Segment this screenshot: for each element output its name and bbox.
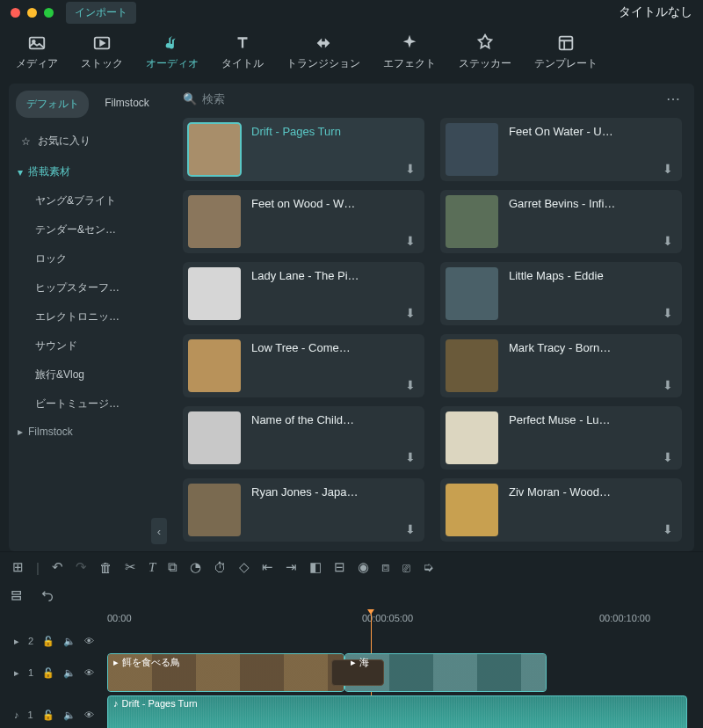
tab-template[interactable]: テンプレート bbox=[534, 33, 598, 71]
track-manager-icon[interactable] bbox=[11, 589, 25, 606]
cut-icon[interactable]: ✂ bbox=[125, 559, 136, 575]
play-icon: ▸ bbox=[351, 657, 356, 668]
sidebar-item[interactable]: サウンド bbox=[9, 331, 170, 360]
record-icon[interactable]: ◉ bbox=[358, 559, 369, 575]
undo-icon[interactable]: ↶ bbox=[52, 559, 63, 575]
timeline-ruler[interactable]: 00:00 00:00:05:00 00:00:10:00 bbox=[107, 613, 692, 629]
sidebar: デフォルト Filmstock ☆お気に入り ▾搭載素材 ヤング&ブライト テン… bbox=[9, 84, 170, 551]
visibility-icon[interactable]: 👁 bbox=[84, 667, 94, 678]
mute-icon[interactable]: 🔈 bbox=[63, 636, 76, 647]
close-dot[interactable] bbox=[11, 8, 20, 18]
sidebar-item[interactable]: エレクトロニッ… bbox=[9, 302, 170, 331]
audio-thumbnail bbox=[188, 123, 241, 176]
download-icon[interactable]: ⬇ bbox=[663, 162, 673, 176]
audio-card[interactable]: Ziv Moran - Wood… ⬇ bbox=[440, 478, 682, 542]
download-icon[interactable]: ⬇ bbox=[663, 450, 673, 464]
stock-icon bbox=[92, 33, 112, 53]
audio-thumbnail bbox=[446, 267, 498, 320]
download-icon[interactable]: ⬇ bbox=[405, 306, 416, 320]
mute-icon[interactable]: 🔈 bbox=[63, 667, 76, 679]
color-icon[interactable]: ◧ bbox=[309, 559, 322, 575]
redo-icon[interactable]: ↷ bbox=[76, 559, 87, 575]
lock-icon[interactable]: 🔓 bbox=[42, 636, 54, 647]
category-builtin[interactable]: ▾搭載素材 bbox=[9, 157, 170, 186]
collapse-sidebar-button[interactable]: ‹ bbox=[151, 518, 167, 544]
favorites-item[interactable]: ☆お気に入り bbox=[9, 125, 170, 157]
video-clip[interactable]: ▸餌を食べる鳥 bbox=[107, 653, 344, 692]
download-icon[interactable]: ⬇ bbox=[405, 234, 416, 248]
visibility-icon[interactable]: 👁 bbox=[84, 636, 94, 646]
tab-stock[interactable]: ストック bbox=[81, 33, 123, 71]
sidebar-item[interactable]: ヤング&ブライト bbox=[9, 186, 170, 215]
audio-card[interactable]: Ryan Jones - Japa… ⬇ bbox=[183, 478, 424, 542]
video-track-1[interactable]: ▸1🔓🔈👁 ▸餌を食べる鳥 ▸海 bbox=[11, 653, 692, 692]
audio-card[interactable]: Lady Lane - The Pi… ⬇ bbox=[183, 262, 424, 325]
mute-icon[interactable]: 🔈 bbox=[63, 710, 76, 721]
tab-sticker[interactable]: ステッカー bbox=[459, 33, 511, 71]
media-icon bbox=[27, 33, 47, 53]
audio-title: Feet on Wood - W… bbox=[251, 197, 355, 248]
tab-effect[interactable]: エフェクト bbox=[383, 33, 436, 71]
audio-card[interactable]: Feet On Water - U… ⬇ bbox=[440, 118, 682, 181]
minimize-dot[interactable] bbox=[27, 8, 37, 18]
tab-default[interactable]: デフォルト bbox=[16, 91, 89, 118]
keyframe-icon[interactable]: ◇ bbox=[239, 559, 250, 575]
sticker-icon bbox=[475, 33, 495, 53]
audio-title: Little Maps - Eddie bbox=[509, 269, 604, 320]
audio-title: Low Tree - Come… bbox=[251, 341, 351, 392]
visibility-icon[interactable]: 👁 bbox=[84, 710, 94, 720]
audio-card[interactable]: Drift - Pages Turn ⬇ bbox=[183, 118, 424, 181]
magnet-icon[interactable]: ⧈ bbox=[381, 559, 390, 575]
audio-card[interactable]: Garret Bevins - Infi… ⬇ bbox=[440, 190, 682, 253]
audio-clip[interactable]: ♪Drift - Pages Turn bbox=[107, 695, 687, 728]
lock-icon[interactable]: 🔓 bbox=[42, 667, 54, 679]
tab-media[interactable]: メディア bbox=[16, 33, 58, 71]
sidebar-item[interactable]: 旅行&Vlog bbox=[9, 360, 170, 389]
maximize-dot[interactable] bbox=[44, 8, 54, 18]
text-tool-icon[interactable]: T bbox=[149, 560, 156, 575]
arrange-icon[interactable]: ⊞ bbox=[12, 559, 24, 575]
more-options-button[interactable]: ⋯ bbox=[666, 91, 682, 107]
sidebar-item[interactable]: テンダー&セン… bbox=[9, 215, 170, 244]
audio-card[interactable]: Perfect Muse - Lu… ⬇ bbox=[440, 406, 682, 470]
cursor-icon[interactable]: ➭ bbox=[423, 559, 434, 575]
audio-thumbnail bbox=[188, 267, 241, 320]
audio-track-1[interactable]: ♪1🔓🔈👁 ♪Drift - Pages Turn bbox=[11, 695, 692, 728]
snap-icon[interactable]: ⊟ bbox=[334, 559, 345, 575]
tab-audio[interactable]: オーディオ bbox=[146, 33, 199, 71]
timer-icon[interactable]: ⏱ bbox=[214, 560, 227, 575]
delete-icon[interactable]: 🗑 bbox=[99, 560, 112, 575]
search-input[interactable]: 🔍検索 bbox=[183, 91, 225, 107]
mark-in-icon[interactable]: ⇤ bbox=[262, 559, 273, 575]
audio-title: Feet On Water - U… bbox=[509, 125, 613, 176]
tab-title[interactable]: タイトル bbox=[221, 33, 264, 71]
download-icon[interactable]: ⬇ bbox=[405, 162, 416, 176]
auto-ripple-icon[interactable] bbox=[40, 589, 54, 606]
mixer-icon[interactable]: ⎚ bbox=[402, 560, 410, 575]
audio-card[interactable]: Little Maps - Eddie ⬇ bbox=[440, 262, 682, 325]
speed-icon[interactable]: ◔ bbox=[190, 559, 201, 575]
sidebar-item[interactable]: ヒップスターフ… bbox=[9, 273, 170, 302]
tab-transition[interactable]: トランジション bbox=[286, 33, 360, 71]
download-icon[interactable]: ⬇ bbox=[405, 450, 416, 464]
import-button[interactable]: インポート bbox=[66, 2, 136, 24]
tab-filmstock[interactable]: Filmstock bbox=[91, 91, 163, 118]
download-icon[interactable]: ⬇ bbox=[663, 306, 673, 320]
download-icon[interactable]: ⬇ bbox=[663, 522, 673, 536]
audio-card[interactable]: Mark Tracy - Born… ⬇ bbox=[440, 334, 682, 397]
crop-icon[interactable]: ⧉ bbox=[168, 559, 178, 575]
download-icon[interactable]: ⬇ bbox=[405, 378, 416, 392]
audio-card[interactable]: Feet on Wood - W… ⬇ bbox=[183, 190, 424, 253]
download-icon[interactable]: ⬇ bbox=[405, 522, 416, 536]
sidebar-item[interactable]: ビートミュージ… bbox=[9, 389, 170, 419]
lock-icon[interactable]: 🔓 bbox=[42, 710, 54, 721]
download-icon[interactable]: ⬇ bbox=[663, 378, 673, 392]
window-controls[interactable] bbox=[11, 8, 54, 18]
download-icon[interactable]: ⬇ bbox=[663, 234, 673, 248]
video-track-2[interactable]: ▸2🔓🔈👁 bbox=[11, 632, 692, 650]
audio-card[interactable]: Name of the Child… ⬇ bbox=[183, 406, 424, 470]
mark-out-icon[interactable]: ⇥ bbox=[286, 559, 297, 575]
audio-card[interactable]: Low Tree - Come… ⬇ bbox=[183, 334, 424, 397]
category-filmstock[interactable]: ▸Filmstock bbox=[9, 419, 170, 445]
sidebar-item[interactable]: ロック bbox=[9, 244, 170, 273]
